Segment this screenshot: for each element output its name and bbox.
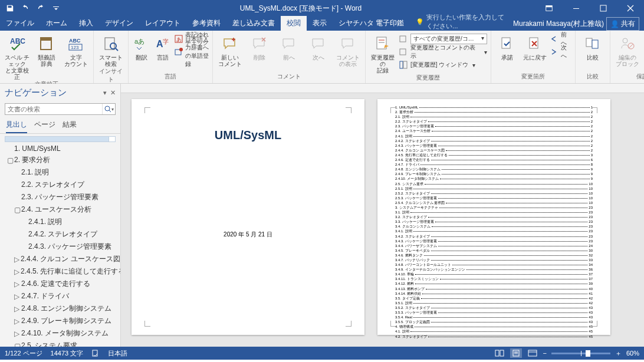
toc-entry: 4. 物理構成45 (395, 324, 593, 329)
redo-icon[interactable] (34, 2, 47, 15)
blockauthors-icon (618, 34, 637, 53)
toc-entry: 2.4.9. ブレーキ制御システム9 (395, 172, 593, 176)
maximize-icon[interactable] (590, 0, 617, 17)
ribbon-options-icon[interactable] (535, 0, 563, 17)
toc-entry: 2.5. システム要求10 (395, 182, 593, 186)
outline-item[interactable]: ▷2.4.8. エンジン制御システム (0, 302, 120, 315)
chevron-down-icon[interactable]: ▾ (103, 89, 107, 97)
tab-insert[interactable]: 挿入 (73, 16, 99, 31)
smartlookup-button[interactable]: スマート 検索 (97, 33, 124, 67)
nav-tab-results[interactable]: 結果 (63, 120, 77, 133)
outline-item[interactable]: ▢2. 要求分析 (0, 154, 120, 166)
thesaurus-button[interactable]: 類義語 辞典 (33, 33, 60, 67)
nextchange-button[interactable]: 次へ (550, 46, 571, 58)
spellcheck-button[interactable]: ABCスペル チェック と文章校正 (4, 33, 31, 80)
tab-mailings[interactable]: 差し込み文書 (226, 16, 281, 31)
weblayout-icon[interactable] (527, 348, 538, 358)
share-button[interactable]: 👤共有 (606, 17, 639, 31)
qat-customize-icon[interactable] (50, 2, 63, 15)
toc-entry: 1. UML/SysML1 (395, 105, 593, 110)
reviewingpane-button[interactable]: [変更履歴] ウィンドウ▾ (399, 59, 487, 71)
svg-text:123: 123 (71, 45, 79, 50)
close-icon[interactable]: ✕ (110, 89, 116, 97)
compare-button[interactable]: 比較 (579, 33, 606, 61)
zoom-in-icon[interactable]: ＋ (615, 349, 622, 358)
readmode-icon[interactable] (494, 348, 505, 358)
markup-display-dropdown[interactable]: すべての変更履歴/コ…▾ (399, 33, 487, 45)
zoom-slider[interactable] (551, 353, 610, 354)
nav-position-indicator[interactable] (5, 136, 116, 142)
nav-search[interactable]: ▾ (5, 103, 116, 115)
undo-icon[interactable] (19, 2, 32, 15)
language-indicator[interactable]: 日本語 (108, 349, 127, 358)
outline-tree[interactable]: 1. UML/SysML▢2. 要求分析2.1. 説明2.2. ステレオタイプ2… (0, 143, 120, 347)
showcomments-button[interactable]: コメント の表示 (334, 33, 362, 67)
outline-item[interactable]: 1. UML/SysML (0, 143, 120, 154)
reject-button[interactable]: 元に戻す (523, 33, 548, 61)
outline-item[interactable]: ▷2.4.4. クルコン ユースケース図 (0, 253, 120, 265)
nextcomment-button[interactable]: 次へ (305, 33, 332, 61)
tab-layout[interactable]: レイアウト (139, 16, 186, 31)
prevcomment-button[interactable]: 前へ (275, 33, 303, 61)
document-area[interactable]: UML/SysML 2020 年 5 月 21 日 1. UML/SysML12… (121, 84, 644, 347)
thesaurus-icon (37, 34, 56, 53)
trackchanges-button[interactable]: 変更履歴の 記録 (369, 33, 396, 74)
newcomment-button[interactable]: 新しい コメント (216, 33, 244, 67)
outline-item[interactable]: 2.1. 説明 (0, 166, 120, 179)
tab-references[interactable]: 参考資料 (186, 16, 226, 31)
proofing-icon[interactable] (91, 349, 100, 357)
outline-item[interactable]: 2.4.2. ステレオタイプ (0, 228, 120, 241)
close-icon[interactable] (617, 0, 644, 17)
tell-me-search[interactable]: 💡実行したい作業を入力してください... (410, 13, 508, 31)
tab-shachihata[interactable]: シヤチハタ 電子印鑑 (333, 16, 410, 31)
nextcomment-icon (309, 34, 328, 53)
outline-item[interactable]: ▷2.4.7. ドライバ (0, 290, 120, 302)
horizontal-ruler[interactable] (121, 84, 644, 93)
prevchange-button[interactable]: 前へ (550, 33, 571, 45)
outline-item[interactable]: 2.4.1. 説明 (0, 216, 120, 228)
printlayout-icon[interactable] (510, 348, 522, 358)
search-input[interactable] (5, 104, 102, 114)
outline-item[interactable]: ▷2.4.9. ブレーキ制御システム (0, 315, 120, 327)
outline-item[interactable]: ▢2.5. システム要求 (0, 340, 120, 347)
group-compare-label: 比較 (579, 73, 606, 82)
language-button[interactable]: A字言語 (153, 33, 172, 61)
showmarkup-icon (399, 47, 408, 57)
account-name[interactable]: Murakami Masaya(村上雅哉) (513, 19, 604, 29)
outline-item[interactable]: 2.4.3. パッケージ管理要素 (0, 241, 120, 253)
nav-tab-headings[interactable]: 見出し (6, 120, 27, 133)
accept-button[interactable]: 承諾 (495, 33, 520, 61)
tab-home[interactable]: ホーム (40, 16, 73, 31)
outline-item[interactable]: 2.3. パッケージ管理要素 (0, 191, 120, 203)
outline-item[interactable]: ▷2.4.6. 定速で走行する (0, 278, 120, 290)
tab-review[interactable]: 校閲 (281, 16, 307, 31)
zoom-out-icon[interactable]: − (543, 350, 547, 357)
zoom-level[interactable]: 60% (626, 350, 639, 357)
page-indicator[interactable]: 1/122 ページ (5, 349, 42, 358)
toc-entry: 3.1. 説明23 (395, 210, 593, 215)
minimize-icon[interactable] (563, 0, 590, 17)
outline-item[interactable]: 2.2. ステレオタイプ (0, 179, 120, 191)
page-1[interactable]: UML/SysML 2020 年 5 月 21 日 (132, 99, 364, 335)
page-2[interactable]: 1. UML/SysML12. 要求分析22.1. 説明22.2. ステレオタイ… (377, 99, 610, 335)
outline-item[interactable]: ▷2.4.10. メータ制御システム (0, 327, 120, 340)
search-icon[interactable]: ▾ (102, 104, 115, 114)
tab-file[interactable]: ファイル (0, 16, 40, 31)
tab-view[interactable]: 表示 (307, 16, 333, 31)
outline-item[interactable]: ▷2.4.5. 先行車に追従して走行する (0, 265, 120, 278)
blockauthors-button[interactable]: 編集の ブロック (614, 33, 641, 67)
svg-rect-25 (400, 61, 403, 68)
translate-button[interactable]: aあ翻訳 (132, 33, 151, 61)
word-count[interactable]: 14473 文字 (51, 349, 84, 358)
svg-rect-26 (403, 61, 407, 68)
share-icon: 👤 (610, 20, 619, 28)
wordcount-button[interactable]: ABC123文字 カウント (63, 33, 90, 67)
save-icon[interactable] (4, 2, 17, 15)
deletecomment-button[interactable]: 削除 (246, 33, 273, 61)
outline-item[interactable]: ▢2.4. ユースケース分析 (0, 203, 120, 216)
tab-design[interactable]: デザイン (99, 16, 139, 31)
showmarkup-button[interactable]: 変更履歴とコメントの表示▾ (399, 46, 487, 58)
nav-tab-pages[interactable]: ページ (34, 120, 55, 133)
imeregister-icon (175, 47, 183, 57)
imeregister-button[interactable]: 日本語入力辞書への単語登録 (175, 46, 209, 58)
